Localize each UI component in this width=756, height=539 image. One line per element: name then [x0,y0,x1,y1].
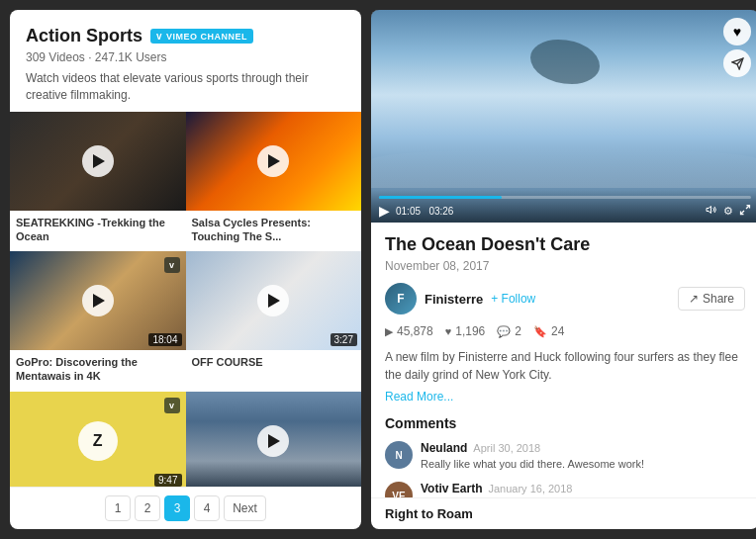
comment-stat-icon: 💬 [497,325,511,338]
settings-icon[interactable]: ⚙ [723,205,733,218]
comment-avatar-1: N [385,441,413,469]
video-item-4[interactable]: 3:27 OFF COURSE [186,251,362,392]
comment-text-1: Really like what you did there. Awesome … [421,457,644,472]
author-avatar: F [385,283,417,314]
play-button-2[interactable] [257,145,289,177]
video-thumb-3: v 18:04 [10,251,186,350]
zebra-circle: Z [78,421,118,461]
video-thumb-2 [186,112,362,211]
comment-date-2: January 16, 2018 [488,483,572,494]
video-duration-3: 18:04 [148,333,181,346]
video-title-2: Salsa Cycles Presents: Touching The S... [186,211,362,252]
video-player[interactable]: ♥ ▶ 01:05 03:26 [371,10,756,223]
plays-count: 45,878 [397,324,433,338]
comment-date-1: April 30, 2018 [473,442,540,454]
comments-count: 2 [515,324,521,338]
channel-title-row: Action Sports v VIMEO CHANNEL [26,26,345,46]
current-time: 01:05 [396,206,421,217]
stats-row: ▶ 45,878 ♥ 1,196 💬 2 🔖 24 [385,324,745,338]
video-duration-5: 9:47 [154,474,181,487]
play-button-3[interactable] [82,285,114,316]
pagination: 1 2 3 4 Next [10,487,361,529]
plays-stat: ▶ 45,878 [385,324,433,338]
volume-icon[interactable] [706,204,717,218]
share-label: Share [703,292,734,306]
video-item-2[interactable]: Salsa Cycles Presents: Touching The S... [186,112,362,252]
share-top-button[interactable] [723,49,751,77]
video-thumb-4: 3:27 [186,251,362,350]
video-info: The Ocean Doesn't Care November 08, 2017… [371,223,756,497]
heart-stat-icon: ♥ [445,325,452,337]
comment-item-1: N Neuland April 30, 2018 Really like wha… [385,441,745,472]
vimeo-watermark-3: v [164,257,180,273]
video-date: November 08, 2017 [385,259,745,273]
video-item-1[interactable]: SEATREKKING -Trekking the Ocean [10,112,186,252]
video-item-3[interactable]: v 18:04 GoPro: Discovering the Mentawais… [10,251,186,392]
channel-header: Action Sports v VIMEO CHANNEL 309 Videos… [10,10,361,112]
video-duration-4: 3:27 [331,333,357,346]
comments-title: Comments [385,415,745,431]
comments-stat: 💬 2 [497,324,521,338]
video-title-4: OFF COURSE [186,350,362,377]
channel-title: Action Sports [26,26,142,46]
right-to-roam-link[interactable]: Right to Roam [371,497,756,529]
comment-author-2[interactable]: Votiv Earth [421,482,482,495]
video-title: The Ocean Doesn't Care [385,234,745,255]
comment-body-1: Neuland April 30, 2018 Really like what … [421,441,644,472]
play-button-1[interactable] [82,145,114,177]
vimeo-v-icon: v [156,31,162,42]
comments-section: Comments N Neuland April 30, 2018 Really… [385,415,745,497]
video-thumb-1 [10,112,186,211]
video-item-6[interactable]: Black Diamond Presents: Rhythm [186,392,362,487]
comment-header-1: Neuland April 30, 2018 [421,441,644,455]
video-grid: SEATREKKING -Trekking the Ocean Salsa Cy… [10,112,361,487]
follow-button[interactable]: + Follow [491,292,535,306]
player-controls: ▶ 01:05 03:26 ⚙ [371,190,756,223]
likes-stat: ♥ 1,196 [445,324,486,338]
right-panel: ♥ ▶ 01:05 03:26 [371,10,756,529]
video-description: A new film by Finisterre and Huck follow… [385,348,745,384]
author-row: F Finisterre + Follow ↗ Share [385,283,745,314]
vimeo-badge-label: VIMEO CHANNEL [166,32,247,42]
comment-item-2: VE Votiv Earth January 16, 2018 Really g… [385,482,745,497]
page-btn-1[interactable]: 1 [105,495,131,521]
share-button[interactable]: ↗ Share [678,287,745,311]
left-panel: Action Sports v VIMEO CHANNEL 309 Videos… [10,10,361,529]
likes-count: 1,196 [455,324,485,338]
author-left: F Finisterre + Follow [385,283,535,314]
comment-author-1[interactable]: Neuland [421,441,467,455]
channel-stats: 309 Videos · 247.1K Users [26,50,345,64]
comment-avatar-2: VE [385,482,413,497]
heart-button[interactable]: ♥ [723,18,751,45]
progress-fill [379,196,502,199]
share-icon: ↗ [689,292,699,306]
fullscreen-icon[interactable] [739,204,751,218]
play-button-6[interactable] [257,425,289,457]
play-pause-button[interactable]: ▶ [379,203,390,219]
page-btn-4[interactable]: 4 [194,495,220,521]
page-btn-2[interactable]: 2 [135,495,160,521]
read-more-link[interactable]: Read More... [385,390,745,404]
saves-count: 24 [551,324,564,338]
comment-header-2: Votiv Earth January 16, 2018 [421,482,745,495]
zebra-icon: Z [78,421,118,461]
video-title-3: GoPro: Discovering the Mentawais in 4K [10,350,186,392]
video-item-5[interactable]: Z v 9:47 Zügel The Hügel // Full Part //… [10,392,186,487]
play-button-4[interactable] [257,285,289,316]
play-stat-icon: ▶ [385,325,393,338]
video-title-1: SEATREKKING -Trekking the Ocean [10,211,186,252]
vimeo-badge: v VIMEO CHANNEL [150,29,253,44]
comment-body-2: Votiv Earth January 16, 2018 Really grea… [421,482,745,497]
vimeo-watermark-5: v [164,398,180,413]
wave-shape [371,148,756,188]
app-container: Action Sports v VIMEO CHANNEL 309 Videos… [0,0,756,539]
ctrl-icons: ⚙ [706,204,751,218]
video-thumb-6 [186,392,362,487]
author-name[interactable]: Finisterre [425,292,483,307]
page-btn-3[interactable]: 3 [164,495,190,521]
page-next-btn[interactable]: Next [224,495,266,521]
island-shape [530,40,600,84]
progress-bar[interactable] [379,196,751,199]
saves-stat: 🔖 24 [533,324,564,338]
video-thumb-5: Z v 9:47 [10,392,186,487]
